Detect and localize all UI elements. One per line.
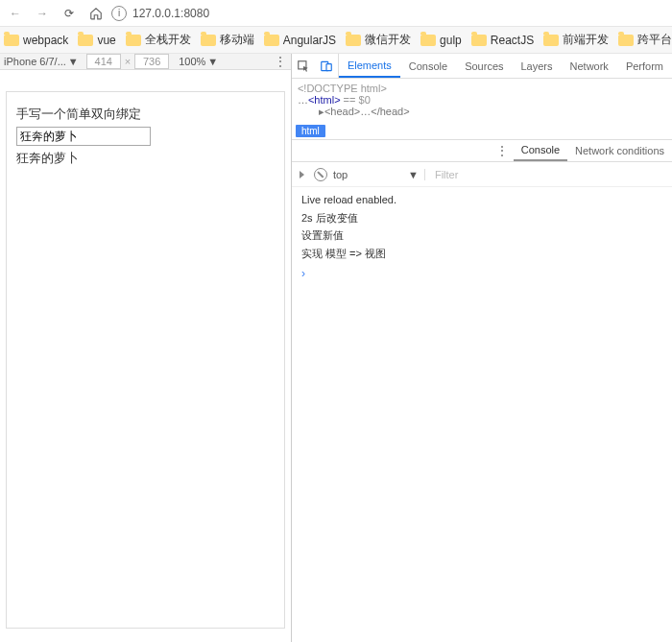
bookmark-item[interactable]: 移动端 [201, 32, 254, 48]
console-line: 设置新值 [301, 226, 662, 245]
folder-icon [346, 35, 361, 46]
bookmarks-bar: webpackvue全栈开发移动端AngularJS微信开发gulpReactJ… [0, 27, 672, 54]
info-icon: i [111, 6, 127, 21]
console-toolbar: top▼ Filter [292, 162, 672, 187]
inspect-icon[interactable] [292, 54, 315, 78]
devtools-tab[interactable]: Layers [513, 54, 562, 78]
drawer-menu[interactable]: ⋮ [491, 143, 514, 158]
devtools-tab[interactable]: Network [562, 54, 617, 78]
reload-button[interactable]: ⟳ [56, 0, 83, 27]
folder-icon [618, 35, 634, 46]
folder-icon [420, 35, 436, 46]
home-button[interactable] [83, 0, 109, 27]
console-prompt[interactable]: › [292, 267, 672, 280]
devtools-tab[interactable]: Perform [617, 54, 672, 78]
device-width[interactable]: 414 [86, 54, 121, 69]
device-menu[interactable]: ⋮ [274, 54, 287, 69]
bookmark-item[interactable]: vue [78, 34, 115, 47]
folder-icon [201, 35, 216, 46]
bookmark-item[interactable]: 微信开发 [346, 32, 411, 48]
devtools-tab[interactable]: Console [400, 54, 456, 78]
device-select[interactable]: iPhone 6/7/...▼ [4, 56, 79, 67]
play-icon[interactable] [300, 171, 304, 178]
drawer-tab[interactable]: Console [514, 140, 567, 161]
device-toolbar: iPhone 6/7/...▼ 414 × 736 100%▼ ⋮ [0, 54, 291, 70]
device-height[interactable]: 736 [134, 54, 169, 69]
folder-icon [4, 35, 19, 46]
zoom-select[interactable]: 100%▼ [179, 56, 218, 67]
folder-icon [471, 35, 487, 46]
clear-console-icon[interactable] [314, 168, 327, 181]
console-filter[interactable]: Filter [431, 169, 668, 180]
binding-input[interactable] [16, 127, 151, 146]
context-select[interactable]: top▼ [333, 169, 425, 180]
devtools-pane: ElementsConsoleSourcesLayersNetworkPerfo… [292, 54, 672, 642]
back-button[interactable]: ← [2, 0, 29, 27]
console-line: 2s 后改变值 [301, 209, 662, 227]
forward-button[interactable]: → [29, 0, 56, 27]
folder-icon [126, 35, 141, 46]
devtools-tab[interactable]: Elements [339, 54, 400, 78]
bookmark-item[interactable]: AngularJS [264, 34, 336, 47]
url-text: 127.0.0.1:8080 [132, 7, 209, 20]
breadcrumb[interactable]: html [292, 122, 672, 139]
device-pane: iPhone 6/7/...▼ 414 × 736 100%▼ ⋮ 手写一个简单… [0, 54, 292, 642]
folder-icon [78, 35, 93, 46]
bookmark-item[interactable]: gulp [420, 34, 462, 47]
times-icon: × [125, 56, 131, 67]
dom-tree[interactable]: <!DOCTYPE html> …<html> == $0 ▸<head>…</… [292, 79, 672, 122]
bookmark-item[interactable]: 前端开发 [543, 32, 609, 48]
folder-icon [264, 35, 279, 46]
svg-rect-2 [326, 63, 331, 70]
devtools-tab[interactable]: Sources [456, 54, 512, 78]
page-content: 手写一个简单双向绑定 狂奔的萝卜 [6, 91, 285, 629]
drawer-tab[interactable]: Network conditions [567, 140, 672, 161]
devtools-tabbar: ElementsConsoleSourcesLayersNetworkPerfo… [292, 54, 672, 79]
browser-toolbar: ← → ⟳ i 127.0.0.1:8080 [0, 0, 672, 27]
console-line: 实现 模型 => 视图 [301, 245, 662, 263]
folder-icon [543, 35, 559, 46]
address-bar[interactable]: i 127.0.0.1:8080 [109, 3, 670, 24]
page-title: 手写一个简单双向绑定 [16, 106, 275, 123]
bookmark-item[interactable]: ReactJS [471, 34, 534, 47]
drawer-tabbar: ⋮ ConsoleNetwork conditions [292, 139, 672, 162]
rendered-viewport: 手写一个简单双向绑定 狂奔的萝卜 [0, 70, 291, 642]
bookmark-item[interactable]: 跨平台开发平台 [618, 32, 672, 48]
binding-output: 狂奔的萝卜 [16, 150, 275, 167]
bookmark-item[interactable]: webpack [4, 34, 68, 47]
console-line: Live reload enabled. [301, 191, 662, 209]
main-split: iPhone 6/7/...▼ 414 × 736 100%▼ ⋮ 手写一个简单… [0, 54, 672, 642]
device-toggle-icon[interactable] [315, 54, 338, 78]
bookmark-item[interactable]: 全栈开发 [126, 32, 191, 48]
console-output: Live reload enabled.2s 后改变值设置新值实现 模型 => … [292, 187, 672, 267]
